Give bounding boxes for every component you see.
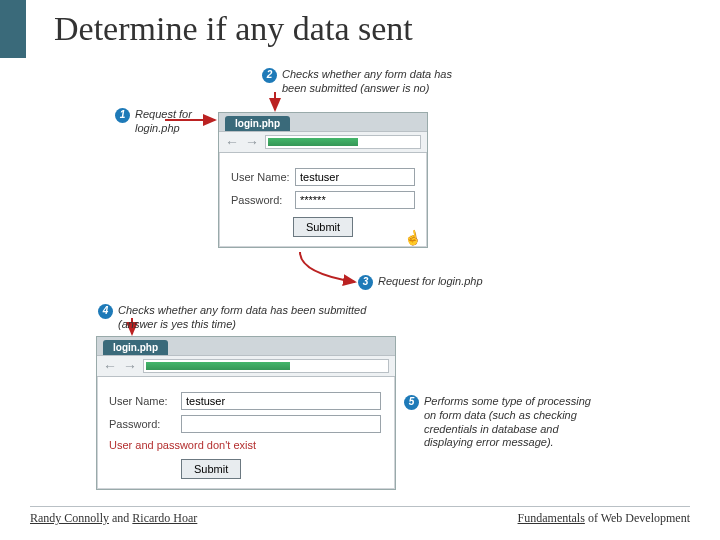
- password-input[interactable]: [181, 415, 381, 433]
- bubble-4: 4: [98, 304, 113, 319]
- tab-bar: login.php: [97, 337, 395, 355]
- password-row: Password:: [109, 415, 383, 433]
- accent-bar: [0, 0, 26, 58]
- footer: Randy Connolly and Ricardo Hoar Fundamen…: [30, 506, 690, 526]
- slide-title: Determine if any data sent: [54, 10, 413, 48]
- annotation-1-text: Request for login.php: [135, 108, 225, 136]
- bubble-5: 5: [404, 395, 419, 410]
- annotation-5-text: Performs some type of processing on form…: [424, 395, 594, 450]
- bubble-2: 2: [262, 68, 277, 83]
- password-input[interactable]: [295, 191, 415, 209]
- submit-button[interactable]: Submit: [293, 217, 353, 237]
- forward-icon[interactable]: →: [123, 358, 137, 374]
- bubble-3: 3: [358, 275, 373, 290]
- submit-area: Submit: [181, 459, 383, 479]
- form-content: User Name: Password: Submit ☝: [219, 153, 427, 247]
- annotation-3: 3 Request for login.php: [358, 275, 518, 290]
- author-2: Ricardo Hoar: [132, 511, 197, 525]
- browser-tab[interactable]: login.php: [103, 340, 168, 355]
- book-title-rest: of Web Development: [585, 511, 690, 525]
- username-input[interactable]: [295, 168, 415, 186]
- annotation-2-text: Checks whether any form data has been su…: [282, 68, 472, 96]
- submit-button[interactable]: Submit: [181, 459, 241, 479]
- book-title-part: Fundamentals: [518, 511, 585, 525]
- annotation-5: 5 Performs some type of processing on fo…: [404, 395, 594, 450]
- diagram-area: 1 Request for login.php 2 Checks whether…: [0, 60, 720, 500]
- browser-window-2: login.php ← → User Name: Password: User …: [96, 336, 396, 490]
- forward-icon[interactable]: →: [245, 134, 259, 150]
- password-label: Password:: [109, 418, 181, 430]
- error-message: User and password don't exist: [109, 439, 383, 451]
- footer-and: and: [109, 511, 132, 525]
- browser-toolbar: ← →: [219, 131, 427, 153]
- username-row: User Name:: [109, 392, 383, 410]
- password-label: Password:: [231, 194, 295, 206]
- browser-tab[interactable]: login.php: [225, 116, 290, 131]
- footer-book: Fundamentals of Web Development: [518, 511, 690, 526]
- back-icon[interactable]: ←: [103, 358, 117, 374]
- cursor-icon: ☝: [403, 229, 423, 249]
- annotation-2: 2 Checks whether any form data has been …: [262, 68, 472, 96]
- username-row: User Name:: [231, 168, 415, 186]
- tab-bar: login.php: [219, 113, 427, 131]
- footer-authors: Randy Connolly and Ricardo Hoar: [30, 511, 197, 526]
- annotation-1: 1 Request for login.php: [115, 108, 225, 136]
- browser-window-1: login.php ← → User Name: Password: Submi…: [218, 112, 428, 248]
- bubble-1: 1: [115, 108, 130, 123]
- address-bar[interactable]: [143, 359, 389, 373]
- username-label: User Name:: [231, 171, 295, 183]
- annotation-4-text: Checks whether any form data has been su…: [118, 304, 378, 332]
- address-bar[interactable]: [265, 135, 421, 149]
- username-input[interactable]: [181, 392, 381, 410]
- username-label: User Name:: [109, 395, 181, 407]
- browser-toolbar: ← →: [97, 355, 395, 377]
- password-row: Password:: [231, 191, 415, 209]
- submit-area: Submit ☝: [231, 217, 415, 237]
- form-content: User Name: Password: User and password d…: [97, 377, 395, 489]
- annotation-4: 4 Checks whether any form data has been …: [98, 304, 378, 332]
- back-icon[interactable]: ←: [225, 134, 239, 150]
- author-1: Randy Connolly: [30, 511, 109, 525]
- annotation-3-text: Request for login.php: [378, 275, 483, 289]
